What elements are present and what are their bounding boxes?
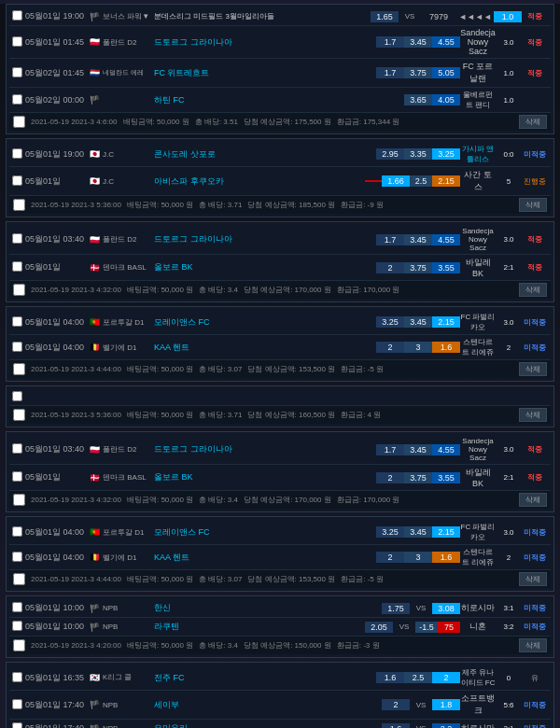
row-checkbox[interactable] — [12, 316, 25, 329]
odds-away[interactable]: 3.25 — [432, 148, 460, 160]
footer-checkbox[interactable] — [13, 363, 25, 375]
team-name[interactable]: 모레이앤스 FC — [154, 316, 376, 329]
odds-draw[interactable]: 3.45 — [404, 444, 432, 455]
team-name[interactable]: FC 위트레흐트 — [154, 67, 376, 79]
odds-away[interactable]: 3.55 — [432, 262, 460, 273]
footer-checkbox[interactable] — [13, 284, 25, 296]
team-name[interactable]: 요미우리 — [154, 722, 382, 728]
delete-button[interactable]: 삭제 — [519, 408, 547, 422]
footer-checkbox[interactable] — [13, 409, 25, 421]
team-name[interactable]: 아비스파 후쿠오카 — [154, 175, 365, 188]
team-name[interactable]: 올보르 BK — [154, 471, 376, 483]
team-name[interactable]: 콘사도레 삿포로 — [154, 148, 376, 161]
odds-sel[interactable]: 1.66 — [382, 175, 410, 187]
odds-away[interactable]: 1.6 — [432, 342, 460, 353]
delete-button[interactable]: 삭제 — [519, 638, 547, 652]
team-name[interactable]: 전주 FC — [154, 672, 376, 684]
row-checkbox[interactable] — [12, 10, 25, 22]
odds-away[interactable]: 5.05 — [432, 67, 460, 78]
delete-button[interactable]: 삭제 — [519, 493, 547, 507]
odds-draw[interactable]: 3.75 — [404, 67, 432, 78]
row-checkbox[interactable] — [12, 602, 25, 614]
odds-draw[interactable]: 3.75 — [404, 262, 432, 273]
odds-away[interactable]: 4.55 — [432, 444, 460, 455]
team-name[interactable]: 세이부 — [154, 699, 382, 711]
odds-draw[interactable]: 3.45 — [404, 316, 432, 328]
odds-away[interactable]: 4.55 — [432, 36, 460, 48]
odds-draw[interactable]: 3 — [404, 342, 432, 353]
odds-away[interactable]: 1.8 — [432, 699, 460, 710]
odds-draw[interactable]: 3.65 — [404, 94, 432, 105]
odds-home[interactable]: 3.25 — [376, 316, 404, 328]
delete-button[interactable]: 삭제 — [519, 572, 547, 586]
odds-home[interactable]: 2 — [376, 262, 404, 273]
delete-button[interactable]: 삭제 — [519, 362, 547, 376]
odds-home[interactable]: 1.6 — [376, 672, 404, 683]
row-checkbox[interactable] — [12, 67, 25, 79]
odds-home[interactable]: 1.7 — [376, 444, 404, 455]
row-checkbox[interactable] — [12, 36, 25, 49]
delete-button[interactable]: 삭제 — [519, 115, 547, 129]
row-checkbox[interactable] — [12, 94, 25, 106]
odds-home[interactable]: 3.25 — [376, 526, 404, 538]
odds-draw[interactable]: 2.5 — [410, 175, 432, 187]
odds-home[interactable]: 1.65 — [371, 11, 399, 22]
odds-home[interactable]: 2 — [376, 472, 404, 483]
odds-home[interactable]: 1.7 — [376, 67, 404, 78]
odds-away[interactable]: 1.6 — [432, 552, 460, 563]
footer-checkbox[interactable] — [13, 116, 25, 128]
odds-home[interactable]: 1.7 — [376, 234, 404, 245]
row-checkbox[interactable] — [12, 233, 25, 245]
row-checkbox[interactable] — [12, 342, 25, 354]
delete-button[interactable]: 삭제 — [519, 283, 547, 297]
odds-draw[interactable]: 2.5 — [404, 672, 432, 683]
odds-draw[interactable]: 3.45 — [404, 526, 432, 538]
team-name[interactable]: 올보르 BK — [154, 261, 376, 273]
odds-home[interactable]: 1.7 — [376, 36, 404, 48]
row-checkbox[interactable] — [12, 621, 25, 633]
odds-away[interactable]: 3.55 — [432, 472, 460, 483]
odds-home[interactable]: 2.95 — [376, 148, 404, 160]
row-checkbox[interactable] — [12, 699, 25, 711]
odds-away[interactable]: 1.0 — [494, 11, 522, 22]
odds-away[interactable]: 4.05 — [432, 94, 460, 105]
odds-draw[interactable]: 3.75 — [404, 472, 432, 483]
odds-away[interactable]: 2.2 — [432, 723, 460, 729]
odds-home[interactable]: 2 — [382, 699, 410, 710]
odds-home[interactable]: 2 — [376, 552, 404, 563]
team-name[interactable]: 드토르그 그라이나아 — [154, 443, 376, 455]
row-checkbox[interactable] — [12, 391, 25, 403]
footer-checkbox[interactable] — [13, 573, 25, 585]
odds-home[interactable]: 1.6 — [382, 723, 410, 729]
row-checkbox[interactable] — [12, 175, 25, 188]
odds-away[interactable]: 2.15 — [432, 316, 460, 328]
row-checkbox[interactable] — [12, 722, 25, 728]
footer-checkbox[interactable] — [13, 494, 25, 506]
team-name[interactable]: 드토르그 그라이나아 — [154, 36, 376, 49]
team-name[interactable]: KAA 헨트 — [154, 552, 376, 564]
odds-draw[interactable]: 3 — [404, 552, 432, 563]
handicap-value[interactable]: -1.5 — [415, 622, 438, 633]
team-name[interactable]: 라쿠텐 — [154, 621, 365, 633]
odds-home[interactable]: 2 — [376, 342, 404, 353]
team-name[interactable]: 드토르그 그라이나아 — [154, 233, 376, 245]
row-checkbox[interactable] — [12, 526, 25, 539]
row-checkbox[interactable] — [12, 672, 25, 684]
row-checkbox[interactable] — [12, 552, 25, 564]
footer-checkbox[interactable] — [13, 199, 25, 211]
row-checkbox[interactable] — [12, 148, 25, 161]
odds-away[interactable]: 2.15 — [432, 175, 460, 187]
odds-home[interactable]: 1.75 — [382, 603, 410, 614]
delete-button[interactable]: 삭제 — [519, 198, 547, 212]
odds-away[interactable]: 2 — [432, 672, 460, 683]
team-name[interactable]: 한신 — [154, 602, 382, 614]
team-name[interactable]: KAA 헨트 — [154, 342, 376, 354]
row-checkbox[interactable] — [12, 443, 25, 455]
odds-draw[interactable]: 3.45 — [404, 234, 432, 245]
footer-checkbox[interactable] — [13, 639, 25, 651]
row-checkbox[interactable] — [12, 471, 25, 483]
odds-away[interactable]: 4.55 — [432, 234, 460, 245]
team-name[interactable]: 모레이앤스 FC — [154, 526, 376, 539]
row-checkbox[interactable] — [12, 261, 25, 273]
odds-handicap[interactable]: 2.05 — [365, 622, 393, 633]
